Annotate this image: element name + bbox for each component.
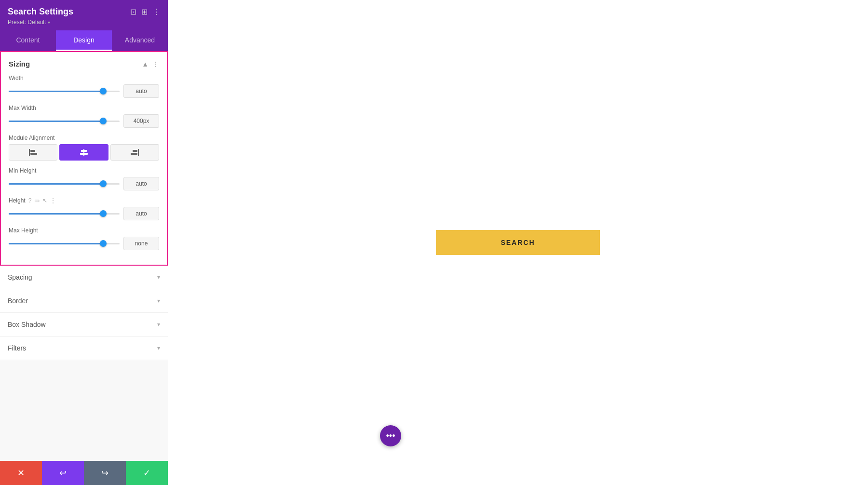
height-label: Height ? ▭ ↖ ⋮ bbox=[9, 197, 159, 204]
max-height-slider[interactable] bbox=[9, 239, 120, 248]
box-shadow-title: Box Shadow bbox=[8, 321, 46, 328]
section-more-icon[interactable]: ⋮ bbox=[152, 60, 159, 68]
height-help-icon[interactable]: ? bbox=[28, 197, 32, 204]
border-section: Border ▾ bbox=[0, 289, 168, 313]
align-right-button[interactable] bbox=[110, 144, 159, 161]
search-button[interactable]: SEARCH bbox=[436, 230, 600, 255]
alignment-field: Module Alignment bbox=[9, 135, 159, 161]
spacing-section: Spacing ▾ bbox=[0, 266, 168, 289]
width-input[interactable] bbox=[123, 84, 159, 98]
preset-caret[interactable]: ▾ bbox=[48, 20, 50, 25]
max-width-slider[interactable] bbox=[9, 116, 120, 126]
spacing-header[interactable]: Spacing ▾ bbox=[0, 266, 168, 289]
alignment-label: Module Alignment bbox=[9, 135, 159, 141]
min-height-label: Min Height bbox=[9, 167, 159, 174]
border-title: Border bbox=[8, 297, 28, 305]
svg-rect-1 bbox=[30, 150, 35, 152]
preset-label: Preset: Default ▾ bbox=[8, 19, 160, 26]
filters-section: Filters ▾ bbox=[0, 337, 168, 360]
svg-rect-6 bbox=[138, 149, 139, 156]
height-more-icon[interactable]: ⋮ bbox=[50, 197, 56, 204]
section-header: Sizing ▲ ⋮ bbox=[9, 60, 159, 68]
height-field: Height ? ▭ ↖ ⋮ bbox=[9, 197, 159, 220]
box-shadow-caret: ▾ bbox=[157, 321, 160, 328]
filters-caret: ▾ bbox=[157, 345, 160, 351]
width-field: Width bbox=[9, 75, 159, 98]
svg-rect-8 bbox=[131, 153, 137, 155]
box-shadow-header[interactable]: Box Shadow ▾ bbox=[0, 313, 168, 336]
more-icon[interactable]: ⋮ bbox=[152, 7, 160, 16]
cancel-button[interactable]: ✕ bbox=[0, 461, 42, 485]
height-slider[interactable] bbox=[9, 209, 120, 218]
height-arrow-icon[interactable]: ↖ bbox=[42, 197, 47, 204]
align-left-button[interactable] bbox=[9, 144, 57, 161]
sizing-section: Sizing ▲ ⋮ Width bbox=[0, 51, 168, 266]
collapse-icon[interactable]: ▲ bbox=[142, 60, 149, 68]
header-icons: ⊡ ⊞ ⋮ bbox=[130, 7, 160, 16]
sidebar-footer: ✕ ↩ ↪ ✓ bbox=[0, 461, 168, 485]
box-shadow-section: Box Shadow ▾ bbox=[0, 313, 168, 337]
min-height-input[interactable] bbox=[123, 177, 159, 190]
spacing-caret: ▾ bbox=[157, 274, 160, 281]
main-canvas: SEARCH ••• bbox=[168, 0, 868, 485]
undo-button[interactable]: ↩ bbox=[42, 461, 84, 485]
tab-content[interactable]: Content bbox=[0, 30, 56, 51]
svg-rect-0 bbox=[29, 149, 30, 156]
spacing-title: Spacing bbox=[8, 273, 32, 281]
max-width-label: Max Width bbox=[9, 105, 159, 111]
width-label: Width bbox=[9, 75, 159, 81]
svg-rect-5 bbox=[80, 153, 88, 155]
align-center-button[interactable] bbox=[59, 144, 108, 161]
redo-button[interactable]: ↪ bbox=[84, 461, 126, 485]
sizing-title: Sizing bbox=[9, 60, 30, 68]
sidebar: Search Settings ⊡ ⊞ ⋮ Preset: Default ▾ … bbox=[0, 0, 168, 485]
camera-icon[interactable]: ⊡ bbox=[130, 7, 136, 16]
svg-rect-4 bbox=[81, 150, 87, 152]
border-caret: ▾ bbox=[157, 297, 160, 304]
section-header-icons: ▲ ⋮ bbox=[142, 60, 159, 68]
min-height-field: Min Height bbox=[9, 167, 159, 190]
height-tablet-icon[interactable]: ▭ bbox=[34, 197, 40, 204]
max-height-field: Max Height bbox=[9, 227, 159, 250]
svg-rect-7 bbox=[133, 150, 137, 152]
max-width-input[interactable] bbox=[123, 114, 159, 128]
width-slider[interactable] bbox=[9, 86, 120, 96]
svg-rect-2 bbox=[30, 153, 37, 155]
filters-title: Filters bbox=[8, 344, 26, 352]
sidebar-content: Sizing ▲ ⋮ Width bbox=[0, 51, 168, 461]
filters-header[interactable]: Filters ▾ bbox=[0, 337, 168, 360]
save-button[interactable]: ✓ bbox=[126, 461, 168, 485]
border-header[interactable]: Border ▾ bbox=[0, 289, 168, 312]
floating-menu-button[interactable]: ••• bbox=[380, 425, 401, 446]
tab-design[interactable]: Design bbox=[56, 30, 112, 51]
max-height-input[interactable] bbox=[123, 237, 159, 250]
tab-advanced[interactable]: Advanced bbox=[112, 30, 168, 51]
alignment-buttons bbox=[9, 144, 159, 161]
height-input[interactable] bbox=[123, 207, 159, 220]
min-height-slider[interactable] bbox=[9, 179, 120, 189]
max-width-field: Max Width bbox=[9, 105, 159, 128]
max-height-label: Max Height bbox=[9, 227, 159, 234]
sidebar-title: Search Settings bbox=[8, 7, 73, 17]
sidebar-tabs: Content Design Advanced bbox=[0, 30, 168, 51]
sidebar-header: Search Settings ⊡ ⊞ ⋮ Preset: Default ▾ bbox=[0, 0, 168, 30]
grid-icon[interactable]: ⊞ bbox=[141, 7, 148, 16]
